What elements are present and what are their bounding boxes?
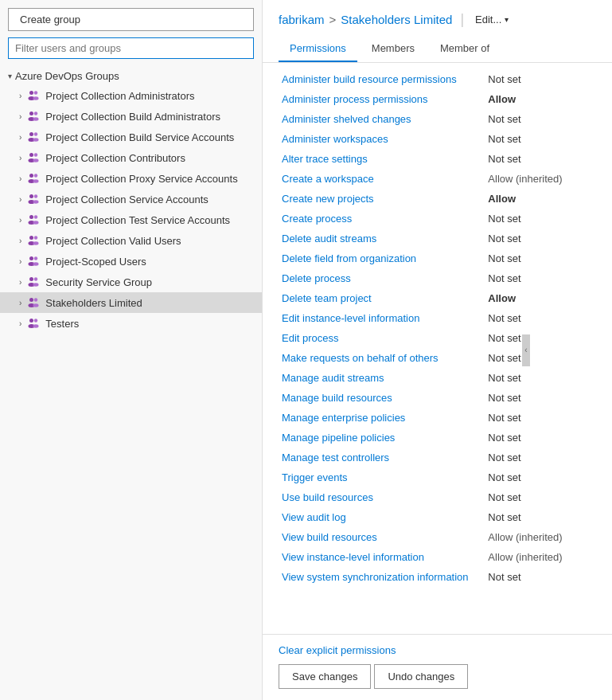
- save-changes-button[interactable]: Save changes: [279, 664, 371, 689]
- permission-name[interactable]: Manage pipeline policies: [279, 428, 485, 448]
- permission-value: Allow: [485, 89, 596, 109]
- permission-name[interactable]: View system synchronization information: [279, 567, 485, 587]
- tree-item-caret-icon: ›: [19, 319, 21, 328]
- group-icon: [26, 151, 41, 165]
- breadcrumb-parent-link[interactable]: fabrikam: [279, 13, 325, 26]
- tree-item-project-collection-build-service-accounts[interactable]: › Project Collection Build Service Accou…: [0, 127, 262, 147]
- tree-item-label: Project Collection Service Accounts: [45, 194, 208, 205]
- tree-item-label: Project-Scoped Users: [45, 256, 146, 268]
- svg-point-24: [29, 215, 33, 219]
- svg-point-30: [34, 236, 37, 239]
- create-group-button[interactable]: Create group: [8, 8, 254, 31]
- permission-name[interactable]: Use build resources: [279, 487, 485, 507]
- group-icon: [26, 254, 41, 268]
- breadcrumb-divider: |: [460, 11, 464, 28]
- tabs: PermissionsMembersMember of: [279, 36, 596, 62]
- tree-item-caret-icon: ›: [19, 112, 21, 121]
- group-icon: [26, 130, 41, 144]
- tree-item-security-service-group[interactable]: › Security Service Group: [0, 272, 262, 292]
- tree-item-caret-icon: ›: [19, 299, 21, 307]
- svg-point-22: [34, 194, 37, 197]
- permission-name[interactable]: Create a workspace: [279, 169, 485, 189]
- breadcrumb-current[interactable]: Stakeholders Limited: [341, 13, 452, 26]
- permission-name[interactable]: Manage test controllers: [279, 448, 485, 467]
- table-row: Create a workspaceAllow (inherited): [279, 169, 596, 189]
- tree-item-label: Project Collection Contributors: [45, 152, 185, 164]
- permission-name[interactable]: Administer build resource permissions: [279, 69, 485, 89]
- permission-value: Not set: [485, 209, 596, 229]
- undo-changes-button[interactable]: Undo changes: [374, 664, 468, 689]
- tree-item-caret-icon: ›: [19, 216, 21, 225]
- tree-item-project-scoped-users[interactable]: › Project-Scoped Users: [0, 251, 262, 272]
- tree-item-project-collection-test-service-accounts[interactable]: › Project Collection Test Service Accoun…: [0, 209, 262, 230]
- permission-value: Not set: [485, 487, 596, 507]
- group-icon: [26, 275, 41, 289]
- tree-category[interactable]: ▾ Azure DevOps Groups: [0, 67, 262, 85]
- tree-item-caret-icon: ›: [19, 237, 21, 245]
- chevron-down-icon: ▾: [505, 15, 509, 24]
- permission-name[interactable]: Delete process: [279, 268, 485, 288]
- svg-point-11: [33, 138, 39, 141]
- svg-point-6: [34, 111, 37, 115]
- permission-value: Not set: [485, 567, 596, 587]
- group-icon: [26, 109, 41, 123]
- permission-value: Not set: [485, 109, 596, 129]
- svg-point-19: [33, 179, 39, 182]
- tree-item-project-collection-build-administrators[interactable]: › Project Collection Build Administrator…: [0, 106, 262, 127]
- permission-name[interactable]: Edit process: [279, 328, 485, 348]
- table-row: View system synchronization informationN…: [279, 567, 596, 587]
- permission-name[interactable]: Delete team project: [279, 288, 485, 308]
- edit-label: Edit...: [475, 14, 501, 25]
- tree-item-label: Security Service Group: [45, 276, 152, 288]
- tree-item-testers[interactable]: › Testers: [0, 313, 262, 334]
- permission-name[interactable]: Make requests on behalf of others: [279, 348, 485, 368]
- permission-name[interactable]: Administer shelved changes: [279, 109, 485, 129]
- permission-value: Not set: [485, 368, 596, 388]
- tree-item-caret-icon: ›: [19, 92, 21, 100]
- permission-value: Not set: [485, 428, 596, 448]
- tree-item-project-collection-service-accounts[interactable]: › Project Collection Service Accounts: [0, 189, 262, 209]
- tree-item-project-collection-contributors[interactable]: › Project Collection Contributors: [0, 147, 262, 168]
- permission-name[interactable]: Administer workspaces: [279, 129, 485, 149]
- tree-item-project-collection-proxy-service-accounts[interactable]: › Project Collection Proxy Service Accou…: [0, 168, 262, 189]
- table-row: Delete audit streamsNot set: [279, 229, 596, 248]
- tree-item-label: Stakeholders Limited: [45, 297, 142, 309]
- svg-point-26: [34, 215, 37, 218]
- edit-button[interactable]: Edit... ▾: [472, 12, 512, 27]
- permission-name[interactable]: Manage build resources: [279, 388, 485, 408]
- permission-name[interactable]: Administer process permissions: [279, 89, 485, 109]
- permission-name[interactable]: Delete field from organization: [279, 248, 485, 268]
- table-row: Edit processNot set: [279, 328, 596, 348]
- permission-value: Not set: [485, 69, 596, 89]
- permission-name[interactable]: View audit log: [279, 507, 485, 527]
- permission-name[interactable]: Delete audit streams: [279, 229, 485, 248]
- permission-name[interactable]: View instance-level information: [279, 547, 485, 567]
- category-caret-icon: ▾: [8, 72, 12, 80]
- table-row: Administer process permissionsAllow: [279, 89, 596, 109]
- svg-point-35: [33, 262, 39, 265]
- permission-name[interactable]: Alter trace settings: [279, 149, 485, 169]
- collapse-handle[interactable]: ‹: [522, 334, 530, 366]
- tree-items-container: › Project Collection Administrators › Pr…: [0, 85, 262, 334]
- tree-item-project-collection-valid-users[interactable]: › Project Collection Valid Users: [0, 230, 262, 251]
- svg-point-3: [33, 96, 39, 100]
- tab-members[interactable]: Members: [361, 36, 426, 62]
- table-row: Create processNot set: [279, 209, 596, 229]
- permission-name[interactable]: View build resources: [279, 527, 485, 547]
- tab-permissions[interactable]: Permissions: [279, 36, 357, 62]
- permission-name[interactable]: Manage enterprise policies: [279, 408, 485, 428]
- permission-name[interactable]: Trigger events: [279, 467, 485, 487]
- permission-name[interactable]: Create new projects: [279, 189, 485, 209]
- clear-permissions-button[interactable]: Clear explicit permissions: [279, 644, 596, 656]
- permission-name[interactable]: Create process: [279, 209, 485, 229]
- svg-point-20: [29, 194, 33, 198]
- tree-item-project-collection-administrators[interactable]: › Project Collection Administrators: [0, 85, 262, 106]
- permission-name[interactable]: Edit instance-level information: [279, 308, 485, 328]
- tree-item-stakeholders-limited[interactable]: › Stakeholders Limited: [0, 292, 262, 313]
- filter-input[interactable]: [8, 37, 254, 59]
- permission-name[interactable]: Manage audit streams: [279, 368, 485, 388]
- svg-point-0: [29, 91, 33, 95]
- group-icon: [26, 192, 41, 206]
- permission-value: Allow (inherited): [485, 527, 596, 547]
- tab-member-of[interactable]: Member of: [429, 36, 501, 62]
